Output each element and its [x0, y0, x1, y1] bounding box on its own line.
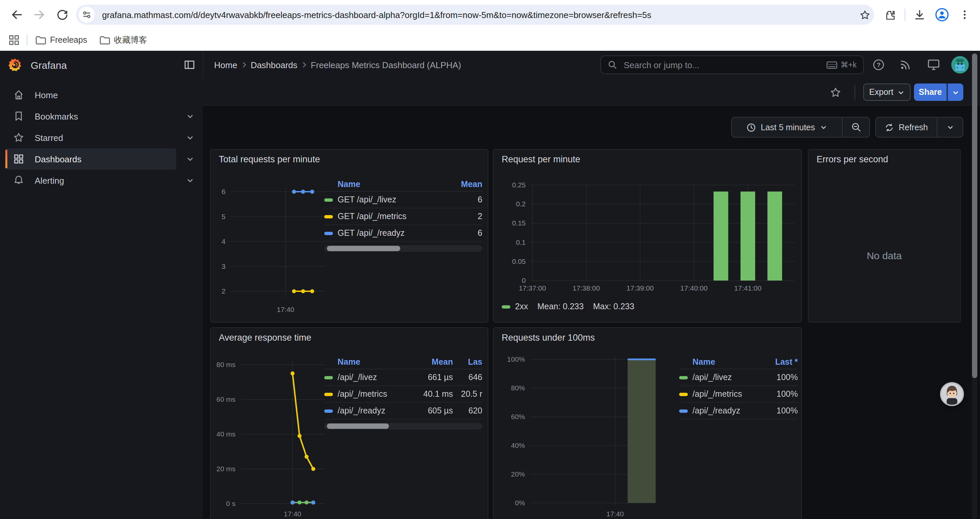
panel-title[interactable]: Errors per second — [816, 154, 888, 164]
star-outline-icon — [859, 9, 870, 21]
address-bar[interactable] — [76, 5, 874, 25]
legend-row[interactable]: /api/_/livez 100% — [679, 369, 798, 386]
help-button[interactable]: ? — [873, 59, 885, 71]
legend-row[interactable]: /api/_/metrics 40.1 ms 20.5 r — [324, 386, 482, 403]
sidebar-item-alerting[interactable]: Alerting — [0, 170, 203, 191]
series-name[interactable]: GET /api/_/metrics — [337, 212, 449, 221]
series-name[interactable]: /api/_/readyz — [692, 406, 765, 415]
svg-text:17:40:00: 17:40:00 — [681, 284, 708, 292]
sidebar-item-bookmarks[interactable]: Bookmarks — [0, 105, 203, 127]
back-button[interactable] — [5, 3, 28, 26]
series-name[interactable]: /api/_/metrics — [692, 390, 765, 399]
legend-header-last[interactable]: Last * — [765, 357, 798, 367]
legend-row[interactable]: GET /api/_/livez 6 — [324, 192, 482, 208]
svg-text:4: 4 — [221, 238, 226, 245]
series-name[interactable]: 2xx — [515, 302, 528, 311]
side-panel-apps-button[interactable] — [5, 31, 23, 49]
reload-button[interactable] — [51, 3, 73, 26]
bookmark-folder-freeleaps[interactable]: Freeleaps — [35, 35, 87, 45]
svg-text:17:40: 17:40 — [277, 306, 294, 313]
news-button[interactable] — [899, 59, 911, 71]
breadcrumb-home[interactable]: Home — [214, 60, 237, 70]
share-button[interactable]: Share — [914, 83, 947, 101]
panel-errors-per-second[interactable]: Errors per second No data — [808, 149, 961, 323]
panel-title[interactable]: Average response time — [219, 333, 311, 343]
series-mean: 6 — [449, 195, 482, 204]
legend-row[interactable]: GET /api/_/metrics 2 — [324, 208, 482, 225]
folder-icon — [35, 35, 46, 45]
legend-header-name[interactable]: Name — [324, 180, 449, 189]
series-name[interactable]: GET /api/_/readyz — [337, 228, 449, 238]
page-scrollbar-thumb[interactable] — [972, 53, 977, 378]
chevron-down-icon[interactable] — [186, 112, 194, 120]
sidebar-item-dashboards[interactable]: Dashboards — [0, 148, 203, 170]
bookmark-page-button[interactable] — [855, 3, 874, 26]
assistant-avatar-widget[interactable] — [940, 382, 964, 406]
avatar-girl-image — [941, 383, 963, 405]
url-input[interactable] — [101, 9, 855, 21]
profile-button[interactable] — [931, 3, 953, 26]
legend-row[interactable]: /api/_/metrics 100% — [679, 386, 798, 403]
panel-requests-under-100ms[interactable]: Requests under 100ms 100%80%60%40%20%0%1… — [493, 327, 802, 519]
sidebar-item-home[interactable]: Home — [0, 84, 203, 105]
series-name[interactable]: /api/_/metrics — [337, 390, 415, 399]
user-avatar[interactable] — [951, 56, 969, 73]
legend-scrollbar[interactable] — [324, 245, 482, 252]
legend-header-last[interactable]: Las — [453, 357, 482, 367]
chevron-down-icon[interactable] — [186, 134, 194, 142]
panel-request-per-minute[interactable]: Request per minute 0.250.20.150.10.05017… — [493, 149, 802, 323]
brand-label: Grafana — [31, 59, 67, 70]
legend-header-mean[interactable]: Mean — [415, 357, 453, 367]
zoom-out-time-button[interactable] — [843, 118, 869, 137]
rss-icon — [899, 59, 911, 71]
export-button[interactable]: Export — [863, 83, 911, 101]
legend-row[interactable]: /api/_/livez 661 µs 646 — [324, 369, 482, 386]
panel-title[interactable]: Total requests per minute — [219, 154, 320, 164]
breadcrumb-dashboards[interactable]: Dashboards — [250, 60, 297, 70]
legend-header-name[interactable]: Name — [324, 357, 415, 367]
share-menu-button[interactable] — [947, 83, 963, 101]
panel-total-requests-per-minute[interactable]: Total requests per minute 6543217:40 Nam… — [210, 149, 488, 323]
display-button[interactable] — [927, 59, 940, 71]
browser-window: Freeleaps 收藏博客 Grafana Home Dashboards F… — [0, 0, 980, 519]
site-info-button[interactable] — [79, 7, 95, 23]
panel-average-response-time[interactable]: Average response time 80 ms60 ms40 ms20 … — [210, 327, 488, 519]
chevron-down-icon[interactable] — [186, 155, 194, 163]
shortcut-label: ⌘+k — [841, 60, 857, 69]
series-color-chip — [324, 376, 333, 379]
panel-title[interactable]: Requests under 100ms — [502, 333, 595, 343]
series-name[interactable]: /api/_/livez — [692, 373, 765, 382]
browser-menu-button[interactable] — [953, 3, 976, 26]
bookmark-folder-blogs[interactable]: 收藏博客 — [99, 34, 147, 46]
legend-inline[interactable]: 2xx Mean: 0.233 Max: 0.233 — [502, 302, 635, 311]
scrollbar-thumb[interactable] — [327, 246, 400, 251]
series-name[interactable]: GET /api/_/livez — [337, 195, 449, 204]
refresh-button[interactable]: Refresh — [876, 118, 937, 137]
legend-header-mean[interactable]: Mean — [449, 180, 482, 189]
three-dots-icon — [959, 10, 970, 20]
search-box[interactable]: ⌘+k — [600, 56, 864, 74]
legend-header-name[interactable]: Name — [679, 357, 765, 367]
collapse-sidebar-button[interactable] — [184, 59, 195, 70]
series-color-chip — [502, 305, 510, 308]
sidebar-item-starred[interactable]: Starred — [0, 127, 203, 148]
legend-scrollbar[interactable] — [324, 423, 482, 430]
scrollbar-thumb[interactable] — [327, 423, 389, 429]
legend-row[interactable]: GET /api/_/readyz 6 — [324, 225, 482, 242]
refresh-group: Refresh — [875, 117, 963, 137]
chevron-right-icon — [300, 61, 308, 69]
forward-button[interactable] — [28, 3, 51, 26]
extensions-button[interactable] — [879, 3, 902, 26]
search-input[interactable] — [622, 59, 827, 70]
series-name[interactable]: /api/_/readyz — [337, 406, 415, 415]
favorite-dashboard-button[interactable] — [830, 87, 841, 98]
legend-row[interactable]: /api/_/readyz 605 µs 620 — [324, 403, 482, 420]
legend-row[interactable]: /api/_/readyz 100% — [679, 403, 798, 420]
refresh-interval-button[interactable] — [937, 118, 963, 137]
chevron-down-icon[interactable] — [186, 176, 194, 184]
downloads-button[interactable] — [908, 3, 931, 26]
tune-icon — [82, 10, 91, 19]
panel-title[interactable]: Request per minute — [502, 154, 581, 164]
time-range-picker[interactable]: Last 5 minutes — [732, 118, 842, 137]
series-name[interactable]: /api/_/livez — [337, 373, 415, 382]
